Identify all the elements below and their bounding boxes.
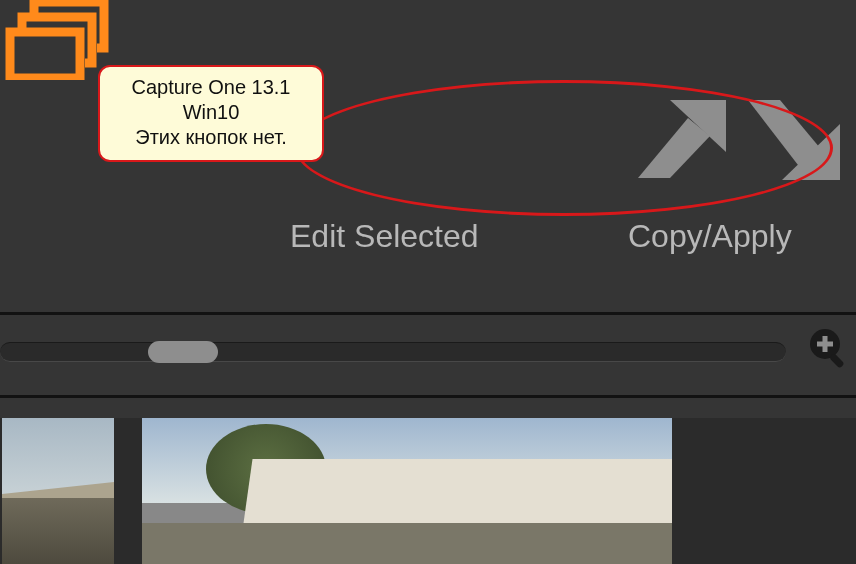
arrow-up-right-icon [638, 100, 726, 178]
thumbnail-size-bar [0, 312, 856, 398]
thumbnail[interactable] [2, 418, 114, 564]
edit-selected-label: Edit Selected [290, 218, 479, 255]
arrow-down-right-icon [748, 100, 840, 180]
annotation-line-1: Capture One 13.1 [106, 75, 316, 100]
thumbnail-strip [0, 418, 856, 564]
thumbnail-size-slider[interactable] [0, 342, 786, 362]
copy-apply-button[interactable] [630, 100, 840, 175]
annotation-line-2: Win10 [106, 100, 316, 125]
annotation-note: Capture One 13.1 Win10 Этих кнопок нет. [98, 65, 324, 162]
slider-thumb[interactable] [148, 341, 218, 363]
zoom-in-button[interactable] [806, 325, 851, 370]
thumbnail[interactable] [142, 418, 672, 564]
toolbar: Edit Selected Copy/Apply Capture One 13.… [0, 0, 856, 300]
magnifier-plus-icon [806, 325, 851, 370]
copy-apply-label: Copy/Apply [628, 218, 792, 255]
annotation-line-3: Этих кнопок нет. [106, 125, 316, 150]
svg-rect-3 [7, 30, 85, 80]
svg-rect-12 [817, 342, 833, 347]
copy-apply-arrows-icon [630, 100, 840, 180]
